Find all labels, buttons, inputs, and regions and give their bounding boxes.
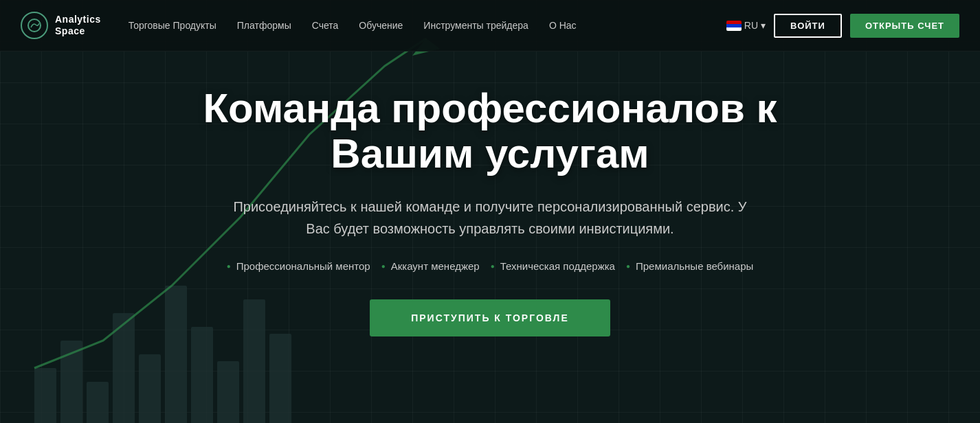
- logo-icon: [21, 12, 48, 39]
- feature-item-2: ● Техническая поддержка: [491, 260, 615, 272]
- svg-point-1: [28, 19, 41, 32]
- start-trading-button[interactable]: ПРИСТУПИТЬ К ТОРГОВЛЕ: [370, 299, 610, 336]
- nav-link-platforms[interactable]: Платформы: [237, 20, 291, 31]
- nav-links: Торговые Продукты Платформы Счета Обучен…: [129, 20, 726, 31]
- open-account-button[interactable]: ОТКРЫТЬ СЧЕТ: [850, 14, 959, 38]
- lang-label: RU: [744, 20, 758, 31]
- hero-section: Команда профессионалов к Вашим услугам П…: [0, 52, 980, 423]
- hero-subtitle: Присоединяйтесь к нашей команде и получи…: [232, 196, 748, 240]
- feature-item-0: ● Профессиональный ментор: [227, 260, 370, 272]
- nav-right: RU ▾ ВОЙТИ ОТКРЫТЬ СЧЕТ: [726, 14, 959, 38]
- feature-label-0: Профессиональный ментор: [236, 260, 370, 272]
- nav-link-about[interactable]: О Нас: [549, 20, 577, 31]
- chevron-down-icon: ▾: [761, 20, 766, 31]
- feature-label-2: Техническая поддержка: [500, 260, 615, 272]
- login-button[interactable]: ВОЙТИ: [774, 14, 842, 38]
- logo-text: Analytics Space: [55, 14, 101, 37]
- flag-icon-ru: [726, 21, 742, 31]
- bullet-icon-3: ●: [626, 262, 630, 270]
- logo-area[interactable]: Analytics Space: [21, 12, 101, 39]
- hero-title: Команда профессионалов к Вашим услугам: [137, 86, 843, 176]
- feature-item-1: ● Аккаунт менеджер: [381, 260, 480, 272]
- logo-name-line2: Space: [55, 25, 101, 37]
- logo-name-line1: Analytics: [55, 14, 101, 25]
- language-selector[interactable]: RU ▾: [726, 20, 766, 31]
- feature-item-3: ● Премиальные вебинары: [626, 260, 753, 272]
- bullet-icon-1: ●: [381, 262, 386, 270]
- nav-link-trader-tools[interactable]: Инструменты трейдера: [423, 20, 528, 31]
- logo-svg: [27, 18, 42, 33]
- bullet-icon-2: ●: [491, 262, 495, 270]
- nav-link-education[interactable]: Обучение: [359, 20, 403, 31]
- nav-link-trading-products[interactable]: Торговые Продукты: [129, 20, 216, 31]
- bullet-icon-0: ●: [227, 262, 231, 270]
- feature-label-3: Премиальные вебинары: [636, 260, 753, 272]
- navbar: Analytics Space Торговые Продукты Платфо…: [0, 0, 980, 52]
- feature-label-1: Аккаунт менеджер: [391, 260, 480, 272]
- nav-link-accounts[interactable]: Счета: [312, 20, 339, 31]
- features-row: ● Профессиональный ментор ● Аккаунт мене…: [227, 260, 754, 272]
